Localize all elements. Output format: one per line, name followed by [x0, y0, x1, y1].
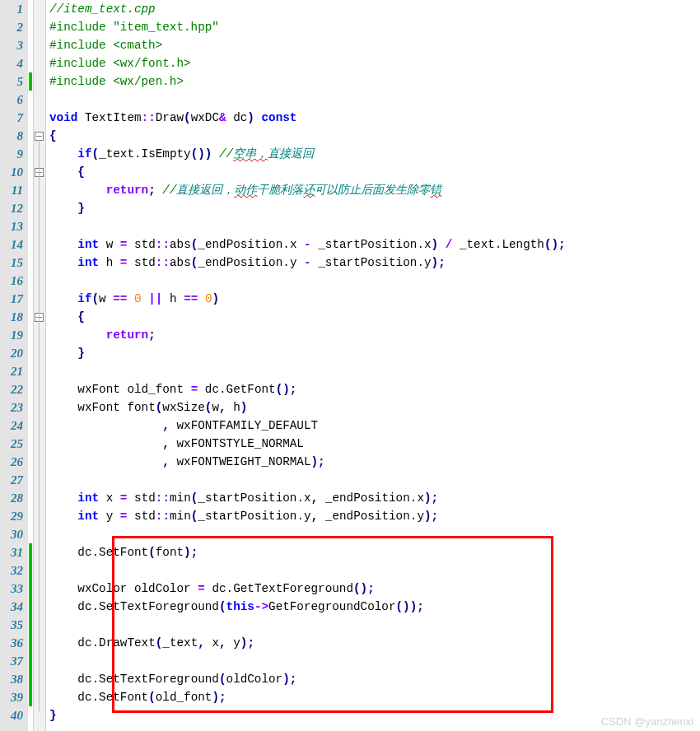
- line-number: 32: [0, 561, 23, 580]
- code-line[interactable]: if(_text.IsEmpty()) //空串，直接返回: [46, 145, 700, 163]
- code-line[interactable]: [46, 272, 700, 290]
- line-number: 3: [0, 36, 23, 54]
- change-indicator: [29, 580, 32, 598]
- line-number: 31: [0, 543, 23, 561]
- line-number: 36: [0, 634, 23, 652]
- line-number: 9: [0, 145, 23, 163]
- line-number: 18: [0, 308, 23, 326]
- change-indicator: [29, 652, 32, 670]
- line-number: 20: [0, 344, 23, 362]
- code-line[interactable]: dc.SetTextForeground(oldColor);: [46, 670, 700, 688]
- line-number: 40: [0, 706, 23, 724]
- line-number: 5: [0, 72, 23, 91]
- code-line[interactable]: [46, 91, 700, 109]
- code-line[interactable]: , wxFONTFAMILY_DEFAULT: [46, 417, 700, 435]
- line-number: 13: [0, 217, 23, 235]
- line-number: 33: [0, 580, 23, 598]
- change-indicator: [29, 598, 32, 616]
- code-line[interactable]: int h = std::abs(_endPosition.y - _start…: [46, 254, 700, 272]
- fold-guide-line: [39, 140, 40, 711]
- code-line[interactable]: dc.SetFont(old_font);: [46, 688, 700, 706]
- line-number: 17: [0, 290, 23, 308]
- line-number: 29: [0, 507, 23, 525]
- line-number: 14: [0, 235, 23, 254]
- line-number: 23: [0, 398, 23, 417]
- change-indicator: [29, 616, 32, 634]
- code-editor[interactable]: 1234567891011121314151617181920212223242…: [0, 0, 700, 731]
- line-number: 28: [0, 489, 23, 507]
- line-number-gutter: 1234567891011121314151617181920212223242…: [0, 0, 28, 731]
- code-line[interactable]: [46, 561, 700, 580]
- code-line[interactable]: , wxFONTWEIGHT_NORMAL);: [46, 453, 700, 471]
- line-number: 21: [0, 362, 23, 380]
- code-line[interactable]: wxFont font(wxSize(w, h): [46, 398, 700, 417]
- code-line[interactable]: int y = std::min(_startPosition.y, _endP…: [46, 507, 700, 525]
- line-number: 38: [0, 670, 23, 688]
- line-number: 7: [0, 109, 23, 127]
- line-number: 4: [0, 54, 23, 72]
- code-line[interactable]: dc.DrawText(_text, x, y);: [46, 634, 700, 652]
- code-line[interactable]: if(w == 0 || h == 0): [46, 290, 700, 308]
- change-indicator: [29, 561, 32, 580]
- fold-margin[interactable]: [33, 0, 46, 731]
- code-area[interactable]: //item_text.cpp#include "item_text.hpp"#…: [46, 0, 700, 731]
- code-line[interactable]: {: [46, 127, 700, 145]
- code-line[interactable]: void TextItem::Draw(wxDC& dc) const: [46, 109, 700, 127]
- code-line[interactable]: [46, 217, 700, 235]
- line-number: 15: [0, 254, 23, 272]
- line-number: 8: [0, 127, 23, 145]
- code-line[interactable]: int x = std::min(_startPosition.x, _endP…: [46, 489, 700, 507]
- code-line[interactable]: wxColor oldColor = dc.GetTextForeground(…: [46, 580, 700, 598]
- line-number: 16: [0, 272, 23, 290]
- code-line[interactable]: dc.SetTextForeground(this->GetForeground…: [46, 598, 700, 616]
- line-number: 1: [0, 0, 23, 18]
- code-line[interactable]: #include <wx/font.h>: [46, 54, 700, 72]
- line-number: 24: [0, 417, 23, 435]
- line-number: 22: [0, 380, 23, 398]
- code-line[interactable]: return; //直接返回，动作干脆利落还可以防止后面发生除零错: [46, 181, 700, 199]
- code-line[interactable]: [46, 362, 700, 380]
- code-line[interactable]: #include <wx/pen.h>: [46, 72, 700, 91]
- line-number: 10: [0, 163, 23, 181]
- line-number: 6: [0, 91, 23, 109]
- code-line[interactable]: [46, 616, 700, 634]
- line-number: 35: [0, 616, 23, 634]
- code-line[interactable]: {: [46, 308, 700, 326]
- change-indicator: [29, 670, 32, 688]
- line-number: 11: [0, 181, 23, 199]
- change-indicator: [29, 72, 32, 91]
- code-line[interactable]: }: [46, 706, 700, 724]
- code-line[interactable]: return;: [46, 326, 700, 344]
- code-line[interactable]: [46, 652, 700, 670]
- line-number: 2: [0, 18, 23, 36]
- change-indicator: [29, 688, 32, 706]
- change-indicator: [29, 543, 32, 561]
- code-line[interactable]: dc.SetFont(font);: [46, 543, 700, 561]
- change-indicator: [29, 634, 32, 652]
- line-number: 26: [0, 453, 23, 471]
- line-number: 37: [0, 652, 23, 670]
- code-line[interactable]: //item_text.cpp: [46, 0, 700, 18]
- code-line[interactable]: int w = std::abs(_endPosition.x - _start…: [46, 235, 700, 254]
- code-line[interactable]: wxFont old_font = dc.GetFont();: [46, 380, 700, 398]
- code-line[interactable]: }: [46, 344, 700, 362]
- code-line[interactable]: {: [46, 163, 700, 181]
- line-number: 39: [0, 688, 23, 706]
- code-line[interactable]: [46, 471, 700, 489]
- line-number: 19: [0, 326, 23, 344]
- code-line[interactable]: #include "item_text.hpp": [46, 18, 700, 36]
- line-number: 34: [0, 598, 23, 616]
- code-line[interactable]: }: [46, 199, 700, 217]
- line-number: 30: [0, 525, 23, 543]
- code-line[interactable]: [46, 525, 700, 543]
- code-line[interactable]: , wxFONTSTYLE_NORMAL: [46, 435, 700, 453]
- code-line[interactable]: #include <cmath>: [46, 36, 700, 54]
- line-number: 27: [0, 471, 23, 489]
- line-number: 12: [0, 199, 23, 217]
- line-number: 25: [0, 435, 23, 453]
